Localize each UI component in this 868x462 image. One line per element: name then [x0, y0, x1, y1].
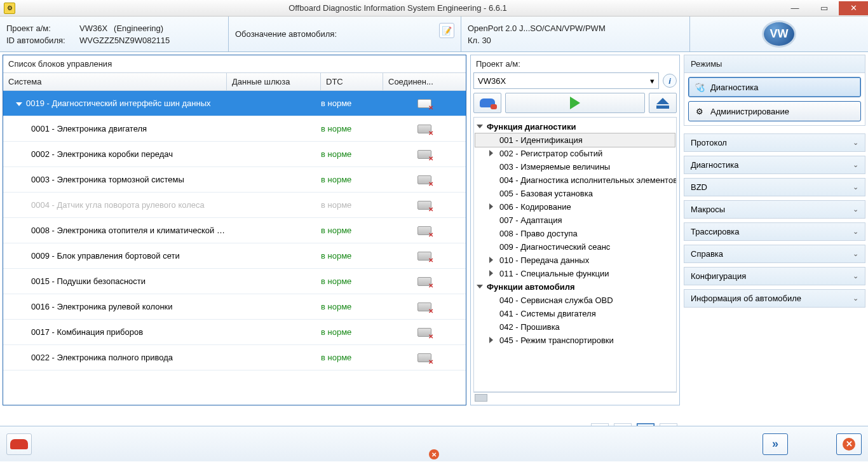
tree-node[interactable]: 006 - Кодирование: [475, 200, 675, 214]
maximize-button[interactable]: ▭: [810, 1, 839, 15]
col-dtc[interactable]: DTC: [321, 73, 383, 90]
system-label: 0008 - Электроника отопителя и климатиче…: [31, 226, 227, 235]
gear-icon: ⚙: [694, 105, 705, 117]
header-project-cell: Проект а/м: VW36X (Engineering) ID автом…: [0, 17, 229, 51]
modes-title: Режимы: [684, 55, 865, 72]
mode-diagnostics-button[interactable]: 🩺 Диагностика: [688, 77, 861, 97]
connection-icon: [417, 99, 431, 108]
tree-node[interactable]: 009 - Диагностический сеанс: [475, 240, 675, 254]
header-designation-cell: Обозначение автомобиля: 📝: [229, 17, 461, 51]
system-label: 0019 - Диагностический интерфейс шин дан…: [26, 99, 210, 108]
tree-node[interactable]: Функции автомобиля: [475, 280, 675, 294]
accordion-section[interactable]: Протокол⌄: [684, 133, 865, 152]
tree-node[interactable]: 010 - Передача данных: [475, 254, 675, 267]
tree-node[interactable]: 008 - Право доступа: [475, 227, 675, 240]
cancel-icon: ✕: [843, 438, 855, 451]
accordion-section[interactable]: Макросы⌄: [684, 200, 865, 219]
chevron-down-icon: ⌄: [853, 228, 858, 236]
project-combo[interactable]: VW36X ▾: [473, 72, 659, 89]
notes-button[interactable]: 📝: [439, 23, 454, 38]
project-info-button[interactable]: i: [663, 74, 677, 88]
tree-node[interactable]: 007 - Адаптация: [475, 214, 675, 227]
tree-node[interactable]: 042 - Прошивка: [475, 320, 675, 334]
function-panel: Проект а/м: VW36X ▾ i Функция диагностик…: [470, 55, 680, 405]
tree-node[interactable]: 005 - Базовая установка: [475, 187, 675, 200]
mode-diag-label: Диагностика: [710, 83, 758, 92]
table-row[interactable]: 0004 - Датчик угла поворота рулевого кол…: [3, 193, 466, 218]
accordion-label: Конфигурация: [691, 271, 746, 281]
tree-node[interactable]: 041 - Системы двигателя: [475, 307, 675, 320]
footer-cancel-button[interactable]: ✕: [836, 433, 862, 455]
accordion-label: BZD: [691, 182, 707, 192]
footer-vehicle-button[interactable]: [6, 433, 32, 455]
dtc-status: в норме: [321, 200, 383, 210]
accordion-label: Протокол: [691, 138, 727, 147]
connection-icon: [417, 252, 431, 261]
table-row[interactable]: 0002 - Электроника коробки передачв норм…: [3, 142, 466, 167]
function-tree[interactable]: Функция диагностики001 - Идентификация00…: [473, 117, 677, 392]
dtc-status: в норме: [321, 302, 383, 311]
table-row[interactable]: 0008 - Электроника отопителя и климатиче…: [3, 218, 466, 243]
run-button[interactable]: [505, 93, 645, 113]
table-row[interactable]: 0001 - Электроника двигателяв норме: [3, 116, 466, 142]
tree-node[interactable]: 001 - Идентификация: [475, 133, 675, 147]
accordion-label: Трассировка: [691, 227, 740, 236]
tree-node[interactable]: 045 - Режим транспортировки: [475, 334, 675, 347]
table-row[interactable]: 0015 - Подушки безопасностив норме: [3, 269, 466, 294]
eject-icon: [656, 98, 669, 109]
tree-node[interactable]: 011 - Специальные функции: [475, 267, 675, 280]
vehicle-switch-button[interactable]: [473, 93, 501, 113]
project-label: Проект а/м:: [6, 24, 73, 33]
eject-button[interactable]: [649, 93, 677, 113]
tree-node[interactable]: 040 - Сервисная служба OBD: [475, 294, 675, 307]
dtc-status: в норме: [321, 149, 383, 159]
minimize-button[interactable]: —: [780, 1, 810, 15]
chevron-down-icon: ⌄: [853, 250, 858, 258]
connection-icon: [417, 302, 431, 311]
connection-icon: [417, 125, 431, 133]
table-row[interactable]: 0017 - Комбинация приборовв норме: [3, 320, 466, 345]
mode-admin-button[interactable]: ⚙ Администрирование: [688, 101, 861, 121]
chevron-down-icon: ⌄: [853, 183, 858, 191]
col-system[interactable]: Система: [3, 73, 227, 90]
dtc-status: в норме: [321, 251, 383, 261]
footer-next-button[interactable]: »: [763, 433, 788, 455]
accordion-section[interactable]: Трассировка⌄: [684, 222, 865, 241]
accordion-section[interactable]: Информация об автомобиле⌄: [684, 289, 865, 308]
system-label: 0022 - Электроника полного привода: [31, 353, 173, 362]
accordion-section[interactable]: Диагностика⌄: [684, 156, 865, 174]
chevron-down-icon: ▾: [650, 76, 654, 86]
designation-label: Обозначение автомобиля:: [235, 29, 337, 39]
tree-node[interactable]: 002 - Регистратор событий: [475, 147, 675, 160]
accordion-label: Справка: [691, 249, 723, 259]
tree-node[interactable]: 003 - Измеряемые величины: [475, 160, 675, 173]
mode-admin-label: Администрирование: [710, 107, 789, 116]
close-button[interactable]: ✕: [839, 1, 868, 15]
col-connection[interactable]: Соединен...: [383, 73, 466, 90]
table-row[interactable]: 0022 - Электроника полного приводав норм…: [3, 345, 466, 370]
accordion-section[interactable]: Конфигурация⌄: [684, 267, 865, 285]
tree-hscroll[interactable]: [473, 392, 677, 402]
table-row[interactable]: 0016 - Электроника рулевой колонкив норм…: [3, 294, 466, 320]
header-interface-cell: OpenPort 2.0 J...SO/CAN/VPW/PWM Кл. 30: [461, 17, 690, 51]
dtc-status: в норме: [321, 226, 383, 235]
ecu-grid-body[interactable]: 0019 - Диагностический интерфейс шин дан…: [3, 91, 466, 405]
car-icon: [480, 99, 495, 107]
table-row[interactable]: 0009 - Блок управления бортовой сетив но…: [3, 243, 466, 269]
table-row[interactable]: 0003 - Электроника тормозной системыв но…: [3, 167, 466, 193]
app-icon: ⚙: [4, 3, 15, 14]
project-combo-value: VW36X: [478, 76, 506, 86]
car-icon: [10, 439, 28, 449]
accordion-label: Макросы: [691, 205, 725, 214]
accordion-section[interactable]: BZD⌄: [684, 178, 865, 196]
tree-node[interactable]: 004 - Диагностика исполнительных элемент…: [475, 173, 675, 187]
header-info: Проект а/м: VW36X (Engineering) ID автом…: [0, 17, 868, 52]
col-gateway[interactable]: Данные шлюза: [227, 73, 321, 90]
accordion-section[interactable]: Справка⌄: [684, 245, 865, 263]
chevron-down-icon: ⌄: [853, 272, 858, 280]
system-label: 0003 - Электроника тормозной системы: [31, 175, 184, 184]
tree-node[interactable]: Функция диагностики: [475, 120, 675, 133]
status-error-icon[interactable]: ✕: [429, 449, 439, 459]
table-row[interactable]: 0019 - Диагностический интерфейс шин дан…: [3, 91, 466, 116]
chevron-down-icon: ⌄: [853, 139, 858, 147]
